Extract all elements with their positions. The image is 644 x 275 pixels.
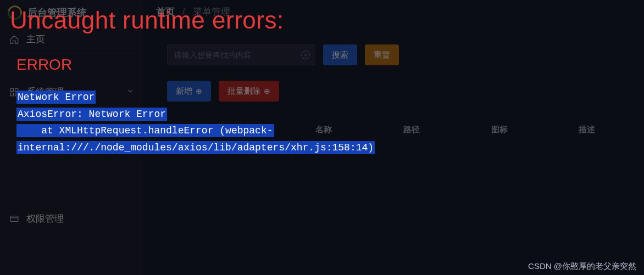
error-label: ERROR <box>16 56 634 74</box>
runtime-error-overlay: Uncaught runtime errors: ERROR Network E… <box>0 0 644 275</box>
error-stack-text: Network Error AxiosError: Network Error … <box>16 91 375 154</box>
watermark-text: CSDN @你憨厚的老父亲突然 <box>528 261 636 272</box>
error-stack: Network Error AxiosError: Network Error … <box>16 89 385 156</box>
error-headline: Uncaught runtime errors: <box>10 7 634 34</box>
